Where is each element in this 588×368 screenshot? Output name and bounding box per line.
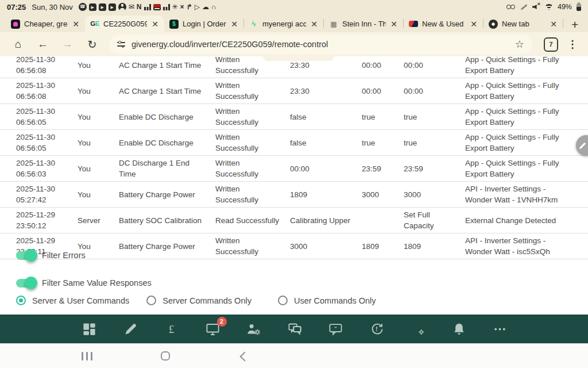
- cell-prev-value: true: [362, 136, 404, 150]
- cell-status: Written Successfully: [215, 78, 290, 103]
- cell-value: false: [290, 110, 362, 124]
- tab-close-icon[interactable]: ✕: [470, 20, 478, 29]
- sync-icon[interactable]: !: [369, 321, 385, 337]
- cell-setting: DC Discharge 1 End Time: [119, 156, 215, 181]
- back-nav-button[interactable]: [240, 352, 250, 362]
- forward-button[interactable]: →: [55, 38, 80, 51]
- cell-setting: AC Charge 1 Start Time: [119, 84, 215, 98]
- octopus-icon: [11, 20, 20, 29]
- home-button[interactable]: ⌂: [6, 38, 30, 51]
- bell-icon[interactable]: [451, 321, 467, 337]
- battery-icon: [577, 3, 581, 11]
- url-text[interactable]: givenergy.cloud/inverter/CE2250G059/remo…: [131, 40, 509, 49]
- tab-title: New & Used C: [422, 20, 466, 28]
- cell-actor: You: [78, 136, 119, 150]
- radio-icon[interactable]: [146, 296, 156, 305]
- recents-button[interactable]: [82, 352, 92, 361]
- building-icon: ▦: [329, 20, 338, 29]
- table-row: 2025-11-30 06:56:03YouDC Discharge 1 End…: [0, 156, 588, 182]
- browser-tab[interactable]: New tab✕: [483, 16, 563, 32]
- clock: 07:25: [7, 3, 26, 12]
- browser-tab[interactable]: ▦Stein Inn - Th✕: [324, 16, 403, 32]
- site-settings-icon[interactable]: [117, 40, 125, 48]
- mute-icon: [532, 3, 540, 10]
- cell-new-value: true: [404, 136, 465, 150]
- cell-new-value: true: [404, 110, 465, 124]
- omnibox[interactable]: givenergy.cloud/inverter/CE2250G059/remo…: [109, 35, 532, 54]
- cell-actor: You: [78, 110, 119, 124]
- heart-settings-icon[interactable]: [410, 321, 425, 337]
- tab-title: myenergi acc: [262, 20, 306, 28]
- cell-new-value: 23:59: [404, 162, 465, 176]
- home-nav-button[interactable]: [161, 351, 170, 361]
- pencil-icon[interactable]: [123, 321, 138, 337]
- tab-close-icon[interactable]: ✕: [550, 20, 558, 29]
- radio-option[interactable]: Server Commands Only: [146, 296, 252, 305]
- toggle-label: Filter Errors: [42, 251, 86, 260]
- tab-close-icon[interactable]: ✕: [72, 20, 80, 29]
- table-row: 2025-11-30 05:27:42YouBattery Charge Pow…: [0, 182, 588, 208]
- radio-option[interactable]: User Commands Only: [278, 296, 376, 305]
- browser-tab[interactable]: Cheaper, gree✕: [6, 16, 85, 32]
- cell-actor: You: [78, 187, 119, 202]
- tab-close-icon[interactable]: ✕: [230, 20, 238, 29]
- svg-text:!: !: [376, 325, 378, 332]
- flag-icon: [409, 21, 418, 27]
- reload-button[interactable]: ↻: [80, 38, 105, 51]
- cell-prev-value: [362, 218, 404, 222]
- wifi-icon: [545, 4, 553, 10]
- tab-close-icon[interactable]: ✕: [310, 20, 318, 29]
- cell-value: 23:30: [290, 84, 362, 98]
- dashboard-icon[interactable]: [82, 321, 97, 337]
- cell-prev-value: true: [362, 110, 404, 124]
- tab-title: Login | Orders: [183, 20, 226, 28]
- monitor-icon[interactable]: 2: [205, 321, 220, 337]
- cell-setting: Enable DC Discharge: [119, 110, 215, 124]
- radio-option[interactable]: Server & User Commands: [16, 296, 129, 305]
- cell-source: API - Inverter Settings - Wonder Watt - …: [465, 182, 579, 207]
- cell-value: Calibrating Upper: [290, 213, 362, 228]
- cell-prev-value: 23:59: [362, 162, 404, 176]
- netflix-icon: N: [137, 3, 142, 10]
- bookmark-star-icon[interactable]: ☆: [515, 38, 524, 51]
- toggle-label: Filter Same Value Responses: [42, 278, 152, 288]
- battery-percent: 49%: [558, 3, 572, 11]
- cell-setting: Battery Charge Power: [119, 239, 215, 254]
- new-tab-button[interactable]: +: [571, 18, 578, 30]
- table-row: 2025-11-30 06:56:05YouEnable DC Discharg…: [0, 130, 588, 156]
- feedback-icon[interactable]: “: [328, 321, 343, 337]
- user-settings-icon[interactable]: [246, 321, 261, 337]
- toggle-switch[interactable]: [16, 251, 34, 260]
- cell-datetime: 2025-11-30 05:27:42: [16, 182, 78, 207]
- web-page: 2025-11-30 06:56:08YouAC Charge 1 Start …: [0, 56, 588, 315]
- pencil-icon: [578, 141, 587, 151]
- youtube-icon: ▶: [89, 3, 96, 11]
- asterisk-icon: ✳: [172, 3, 178, 10]
- tab-title: New tab: [502, 20, 546, 28]
- pound-icon[interactable]: £: [164, 321, 179, 337]
- chat-icon[interactable]: [287, 321, 303, 337]
- tab-close-icon[interactable]: ✕: [390, 20, 398, 29]
- radio-icon[interactable]: [278, 296, 288, 305]
- cell-status: Read Successfully: [215, 213, 290, 228]
- tab-close-icon[interactable]: ✕: [151, 20, 159, 29]
- browser-tab[interactable]: $Login | Orders✕: [164, 16, 243, 32]
- browser-menu-button[interactable]: ⋮: [567, 38, 578, 51]
- radio-label: User Commands Only: [294, 296, 376, 305]
- browser-tab[interactable]: GECE2250G059✕: [85, 16, 164, 32]
- tab-title: Cheaper, gree: [24, 20, 68, 28]
- radio-icon[interactable]: [16, 296, 26, 305]
- tab-separator: [563, 19, 563, 28]
- tab-switcher-button[interactable]: 7: [544, 37, 558, 52]
- back-button[interactable]: ←: [30, 38, 55, 51]
- cell-datetime: 2025-11-30 06:56:03: [16, 156, 78, 181]
- svg-text:£: £: [169, 323, 175, 335]
- cell-setting: Battery SOC Calibration: [119, 213, 215, 228]
- more-icon[interactable]: [492, 321, 508, 337]
- browser-tab[interactable]: ϟmyenergi acc✕: [244, 16, 323, 32]
- browser-tab[interactable]: New & Used C✕: [404, 16, 483, 32]
- svg-text:“: “: [334, 324, 337, 331]
- pen-icon: [521, 4, 528, 10]
- cell-new-value: 00:00: [404, 58, 465, 72]
- toggle-switch[interactable]: [16, 279, 34, 288]
